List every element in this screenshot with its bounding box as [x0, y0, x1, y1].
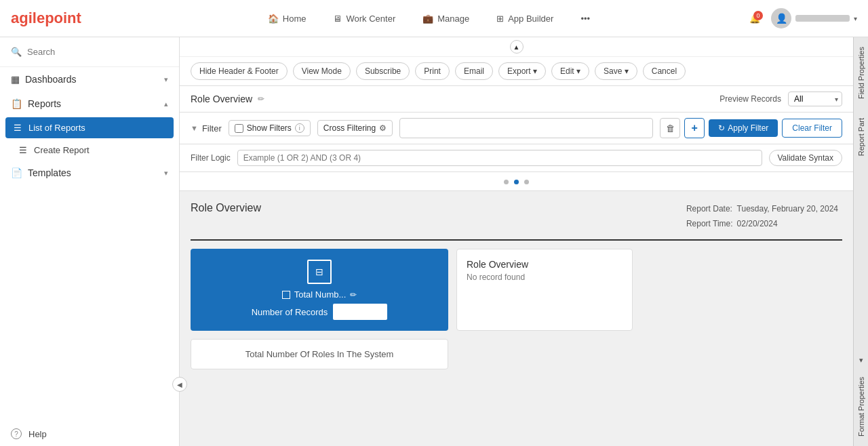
email-button[interactable]: Email	[455, 62, 493, 80]
home-icon: 🏠	[268, 14, 279, 24]
nav-home-label: Home	[283, 14, 307, 24]
clear-filter-button[interactable]: Clear Filter	[782, 119, 842, 138]
collapse-icon: ◀	[177, 381, 182, 388]
trash-icon: 🗑	[666, 123, 675, 134]
edit-button[interactable]: Edit	[551, 62, 589, 80]
filter-logic-input[interactable]	[237, 150, 762, 166]
report-divider	[191, 239, 842, 241]
refresh-icon: ↻	[718, 123, 725, 133]
chevron-up-icon: ▲	[510, 40, 524, 54]
user-icon: 👤	[776, 13, 787, 24]
nav-work-center[interactable]: 🖥 Work Center	[328, 11, 401, 26]
save-button[interactable]: Save	[595, 62, 637, 80]
sidebar-item-list-of-reports[interactable]: ☰ List of Reports	[5, 117, 174, 138]
report-card-value-row: Number of Records	[252, 304, 388, 320]
user-menu[interactable]: 👤 ▾	[771, 8, 857, 28]
chevron-down-icon: ▾	[854, 15, 857, 22]
apply-filter-button[interactable]: ↻ Apply Filter	[709, 119, 778, 137]
preview-records-select[interactable]: All 10 25 50 100	[788, 92, 842, 106]
search-input[interactable]	[27, 47, 168, 57]
pencil-icon[interactable]: ✏	[350, 290, 357, 300]
dashboards-icon: ▦	[11, 74, 20, 85]
filter-row: ▼ Filter Show Filters i Cross Filtering …	[191, 118, 842, 138]
filter-input-area[interactable]	[399, 118, 653, 138]
role-card-empty: No record found	[467, 272, 623, 282]
templates-icon: 📄	[11, 167, 22, 178]
filter-add-button[interactable]: +	[684, 118, 705, 138]
role-overview-card: Role Overview No record found	[456, 249, 633, 331]
apply-filter-label: Apply Filter	[728, 123, 768, 133]
total-number-text: Total Number Of Roles In The System	[245, 349, 394, 359]
hide-header-footer-button[interactable]: Hide Header & Footer	[191, 62, 288, 80]
page-dot-3[interactable]	[524, 180, 529, 184]
right-tab-format-properties[interactable]: Format Properties	[855, 367, 867, 446]
right-tab-field-properties[interactable]: Field Properties	[855, 37, 867, 108]
sidebar-section-dashboards[interactable]: ▦ Dashboards ▾	[0, 67, 179, 92]
nav-app-builder[interactable]: ⊞ App Builder	[491, 11, 559, 26]
sidebar-collapse-button[interactable]: ◀	[172, 377, 187, 392]
sidebar: 🔍 ▦ Dashboards ▾ 📋 Reports ▴ ☰ List of R…	[0, 37, 180, 446]
report-grid: ⊟ Total Numb... ✏ Number of Records Role…	[191, 249, 842, 331]
nav-work-center-label: Work Center	[346, 14, 395, 24]
info-icon[interactable]: i	[295, 123, 304, 133]
filter-delete-button[interactable]: 🗑	[660, 118, 680, 138]
view-mode-button[interactable]: View Mode	[293, 62, 351, 80]
help-label: Help	[28, 429, 47, 439]
cancel-button[interactable]: Cancel	[643, 62, 686, 80]
briefcase-icon: 💼	[422, 14, 433, 24]
plus-icon: +	[692, 122, 698, 134]
report-card-icon-box[interactable]: ⊟	[307, 260, 332, 284]
edit-title-icon[interactable]: ✏	[258, 94, 264, 104]
filter-actions: 🗑 + ↻ Apply Filter Clear Filter	[660, 118, 842, 138]
right-panel-chevron-icon[interactable]: ▾	[854, 353, 868, 367]
right-tab-report-part[interactable]: Report Part	[855, 108, 867, 165]
sidebar-item-create-report[interactable]: ☰ Create Report	[0, 140, 179, 161]
sidebar-section-reports[interactable]: 📋 Reports ▴	[0, 92, 179, 116]
report-title: Role Overview	[191, 94, 252, 104]
filter-label: ▼ Filter	[191, 123, 222, 134]
list-reports-label: List of Reports	[28, 123, 85, 133]
sidebar-item-help[interactable]: ? Help	[0, 422, 179, 446]
collapse-header-button[interactable]: ▲	[180, 37, 853, 57]
role-card-title: Role Overview	[467, 259, 623, 270]
notification-bell[interactable]: 🔔 0	[749, 14, 760, 24]
column-checkbox[interactable]	[282, 291, 290, 299]
report-meta-row: Role Overview Report Date: Tuesday, Febr…	[191, 202, 842, 231]
reports-label: Reports	[28, 98, 61, 109]
avatar: 👤	[771, 8, 791, 28]
value-input-box[interactable]	[333, 304, 387, 320]
nav-home[interactable]: 🏠 Home	[262, 11, 312, 26]
nav-more[interactable]: •••	[575, 11, 595, 26]
user-name	[795, 15, 850, 22]
grid-icon: ⊞	[496, 14, 504, 24]
logo: agilepoint	[11, 9, 81, 27]
sidebar-search[interactable]: 🔍	[0, 37, 179, 67]
main-layout: 🔍 ▦ Dashboards ▾ 📋 Reports ▴ ☰ List of R…	[0, 37, 868, 446]
validate-syntax-button[interactable]: Validate Syntax	[769, 150, 843, 166]
filter-chevron-icon: ▼	[191, 124, 198, 132]
print-button[interactable]: Print	[415, 62, 450, 80]
page-dot-1[interactable]	[504, 180, 509, 184]
show-filters-checkbox[interactable]	[235, 124, 243, 133]
export-button[interactable]: Export	[498, 62, 546, 80]
preview-records-select-wrap: All 10 25 50 100	[788, 92, 842, 106]
gear-icon[interactable]: ⚙	[379, 123, 387, 133]
report-card-label: Total Numb... ✏	[282, 289, 357, 300]
preview-records-row: Preview Records All 10 25 50 100	[719, 92, 842, 106]
nav-app-builder-label: App Builder	[508, 14, 553, 24]
nav-right: 🔔 0 👤 ▾	[749, 8, 857, 28]
toolbar: Hide Header & Footer View Mode Subscribe…	[180, 57, 853, 86]
column-icon: ⊟	[315, 266, 323, 277]
cross-filtering-wrap[interactable]: Cross Filtering ⚙	[317, 120, 393, 136]
logo-text: agilepoint	[11, 9, 81, 27]
pagination-dots	[180, 172, 853, 191]
nav-manage[interactable]: 💼 Manage	[417, 11, 475, 26]
top-nav: agilepoint 🏠 Home 🖥 Work Center 💼 Manage…	[0, 0, 868, 37]
subscribe-button[interactable]: Subscribe	[356, 62, 410, 80]
show-filters-wrap[interactable]: Show Filters i	[229, 120, 311, 136]
sidebar-section-templates[interactable]: 📄 Templates ▾	[0, 161, 179, 185]
filter-logic-label: Filter Logic	[191, 153, 231, 163]
report-time-label: Report Time:	[686, 219, 733, 228]
create-report-icon: ☰	[19, 145, 27, 155]
page-dot-2[interactable]	[514, 180, 519, 184]
